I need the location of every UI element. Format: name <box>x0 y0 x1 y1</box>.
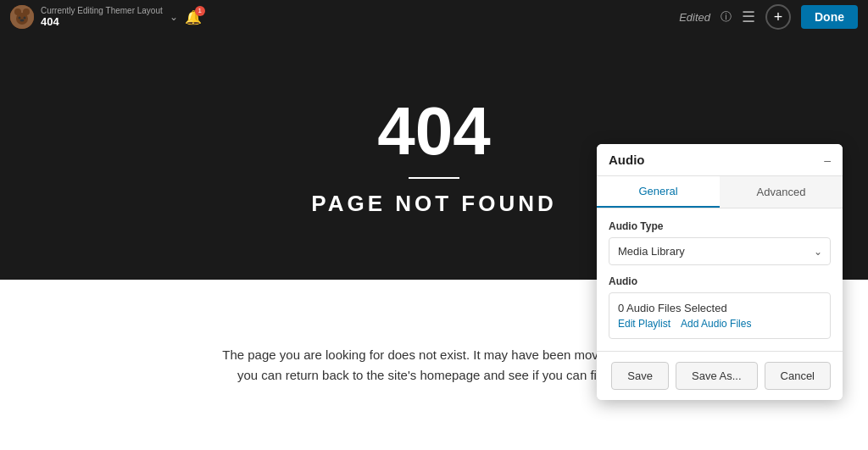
page-body-line2: you can return back to the site's homepa… <box>237 368 631 382</box>
topbar-right: Edited ⓘ ☰ + Done <box>679 4 858 30</box>
panel-title: Audio <box>609 153 645 167</box>
page-body-line1: The page you are looking for does not ex… <box>222 347 645 362</box>
list-icon[interactable]: ☰ <box>742 8 755 26</box>
audio-files-count: 0 Audio Files Selected <box>618 302 821 314</box>
audio-box: 0 Audio Files Selected Edit Playlist Add… <box>609 292 831 339</box>
add-audio-files-link[interactable]: Add Audio Files <box>681 318 751 330</box>
topbar-left: Currently Editing Themer Layout 404 ⌄ 🔔 … <box>10 5 202 29</box>
page-404-number: 404 <box>377 97 490 165</box>
audio-panel: Audio – General Advanced Audio Type Medi… <box>597 144 843 400</box>
edited-label: Edited <box>679 11 710 24</box>
divider <box>409 177 459 179</box>
notification-badge: 1 <box>195 6 205 16</box>
collapse-icon[interactable]: – <box>824 153 831 167</box>
topbar: Currently Editing Themer Layout 404 ⌄ 🔔 … <box>0 0 868 34</box>
page-not-found-text: PAGE NOT FOUND <box>311 191 557 217</box>
tab-general[interactable]: General <box>597 176 720 208</box>
panel-body: Audio Type Media Library URL ⌄ Audio 0 A… <box>597 208 843 351</box>
cancel-button[interactable]: Cancel <box>765 362 831 390</box>
edit-playlist-link[interactable]: Edit Playlist <box>618 318 670 330</box>
svg-point-4 <box>19 17 21 19</box>
canvas: 404 PAGE NOT FOUND The page you are look… <box>0 34 868 450</box>
save-as-button[interactable]: Save As... <box>676 362 758 390</box>
svg-point-6 <box>20 19 25 22</box>
audio-label: Audio <box>609 275 831 287</box>
audio-type-label: Audio Type <box>609 220 831 232</box>
add-button[interactable]: + <box>765 4 791 30</box>
svg-point-5 <box>24 17 26 19</box>
audio-links: Edit Playlist Add Audio Files <box>618 318 821 330</box>
chevron-down-icon[interactable]: ⌄ <box>170 11 178 23</box>
notification-bell[interactable]: 🔔 1 <box>185 9 202 25</box>
svg-point-3 <box>16 13 28 25</box>
audio-type-select[interactable]: Media Library URL <box>609 237 831 265</box>
panel-header: Audio – <box>597 144 843 176</box>
topbar-title: 404 <box>41 15 163 28</box>
page-body-text: The page you are looking for does not ex… <box>222 345 645 386</box>
topbar-subtitle: Currently Editing Themer Layout <box>41 6 163 15</box>
help-icon[interactable]: ⓘ <box>721 9 732 25</box>
done-button[interactable]: Done <box>801 5 858 29</box>
topbar-info: Currently Editing Themer Layout 404 <box>41 6 163 28</box>
panel-footer: Save Save As... Cancel <box>597 351 843 400</box>
audio-type-select-wrapper: Media Library URL ⌄ <box>609 237 831 265</box>
logo-icon <box>10 5 34 29</box>
tab-advanced[interactable]: Advanced <box>720 176 843 208</box>
save-button[interactable]: Save <box>611 362 669 390</box>
panel-tabs: General Advanced <box>597 176 843 208</box>
